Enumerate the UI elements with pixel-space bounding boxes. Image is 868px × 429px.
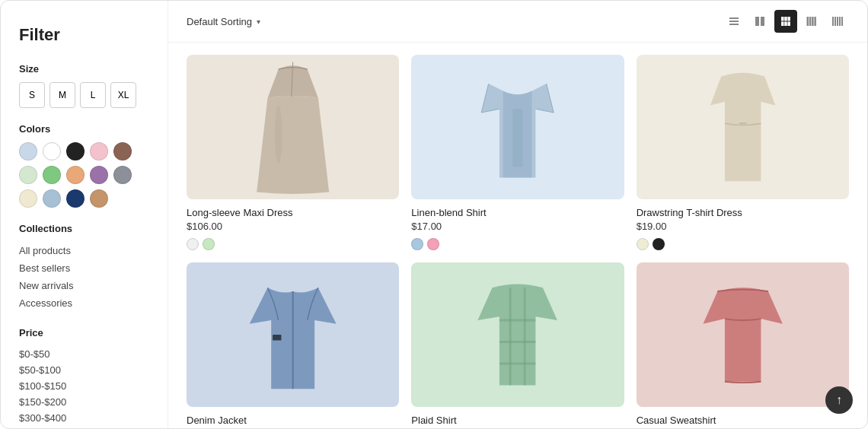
svg-rect-6 (784, 17, 787, 21)
svg-rect-8 (781, 22, 784, 27)
main-content: Default Sorting ▾ Long-sleeve Maxi Dress… (168, 1, 867, 428)
product-name: Denim Jacket (187, 415, 399, 426)
collection-item[interactable]: Best sellers (19, 259, 149, 277)
product-color-options (637, 238, 849, 250)
color-filter: Colors (19, 123, 149, 208)
color-swatch-10[interactable] (19, 189, 37, 208)
color-swatch-9[interactable] (113, 166, 132, 184)
product-color-dot[interactable] (637, 238, 649, 250)
chevron-down-icon: ▾ (257, 17, 260, 26)
color-swatch-11[interactable] (43, 189, 61, 208)
product-price: $106.00 (187, 221, 399, 232)
price-range-item[interactable]: $50-$100 (19, 362, 149, 378)
svg-rect-17 (837, 17, 838, 26)
svg-rect-24 (273, 335, 281, 341)
color-grid (19, 142, 149, 208)
color-swatch-4[interactable] (113, 142, 132, 160)
price-range-item[interactable]: $100-$150 (19, 378, 149, 394)
sidebar: Filter Size SMLXL Colors Collections All… (1, 1, 168, 428)
product-card[interactable]: Casual Sweatshirt$35.00 (637, 262, 849, 428)
color-swatch-13[interactable] (90, 189, 108, 208)
color-swatch-6[interactable] (43, 166, 61, 184)
color-swatch-0[interactable] (19, 142, 37, 160)
product-color-dot[interactable] (411, 238, 423, 250)
two-column-view-button[interactable] (748, 10, 771, 33)
svg-rect-22 (512, 109, 522, 167)
color-swatch-3[interactable] (90, 142, 108, 160)
product-card[interactable]: Plaid Shirt$28.00 (411, 262, 624, 428)
svg-point-21 (275, 106, 282, 164)
product-image (411, 55, 624, 199)
color-swatch-1[interactable] (43, 142, 61, 160)
collection-item[interactable]: New arrivals (19, 277, 149, 294)
svg-rect-12 (809, 17, 812, 26)
product-price: $17.00 (411, 221, 624, 232)
svg-rect-18 (839, 17, 841, 26)
size-button-s[interactable]: S (19, 82, 45, 108)
scroll-to-top-button[interactable]: ↑ (825, 386, 853, 414)
product-name: Long-sleeve Maxi Dress (187, 207, 399, 218)
svg-rect-0 (729, 17, 739, 19)
price-list: $0-$50$50-$100$100-$150$150-$200$300-$40… (19, 346, 149, 426)
product-color-dot[interactable] (427, 238, 439, 250)
product-card[interactable]: Denim Jacket$45.00 (187, 262, 399, 428)
collections-filter: Collections All productsBest sellersNew … (19, 223, 149, 312)
products-area: Long-sleeve Maxi Dress$106.00 Linen-blen… (168, 43, 867, 428)
size-button-l[interactable]: L (80, 82, 106, 108)
collection-item[interactable]: Accessories (19, 294, 149, 312)
product-color-options (187, 238, 399, 250)
svg-rect-7 (787, 17, 790, 21)
price-range-item[interactable]: $0-$50 (19, 346, 149, 362)
svg-rect-1 (729, 21, 739, 22)
price-range-item[interactable]: $300-$400 (19, 410, 149, 426)
four-column-view-button[interactable] (800, 10, 823, 33)
svg-rect-10 (787, 22, 790, 27)
svg-rect-16 (834, 17, 836, 26)
product-image (637, 55, 849, 199)
svg-rect-4 (761, 17, 764, 26)
product-color-dot[interactable] (203, 238, 215, 250)
svg-rect-13 (812, 17, 814, 26)
product-name: Linen-blend Shirt (411, 207, 624, 218)
view-buttons (723, 10, 849, 33)
product-color-options (411, 238, 624, 250)
collection-item[interactable]: All products (19, 242, 149, 259)
five-column-view-button[interactable] (826, 10, 849, 33)
size-button-m[interactable]: M (49, 82, 75, 108)
svg-rect-14 (814, 17, 816, 26)
product-image (187, 262, 399, 407)
product-card[interactable]: Linen-blend Shirt$17.00 (411, 55, 624, 250)
toolbar: Default Sorting ▾ (168, 1, 867, 43)
product-name: Drawstring T-shirt Dress (637, 207, 849, 218)
svg-rect-11 (807, 17, 809, 26)
product-image (637, 262, 849, 407)
product-name: Casual Sweatshirt (637, 415, 849, 426)
list-view-button[interactable] (723, 10, 745, 33)
product-card[interactable]: Long-sleeve Maxi Dress$106.00 (187, 55, 399, 250)
sort-dropdown[interactable]: Default Sorting ▾ (187, 16, 260, 27)
products-grid: Long-sleeve Maxi Dress$106.00 Linen-blen… (187, 55, 849, 428)
color-swatch-7[interactable] (66, 166, 85, 184)
product-color-dot[interactable] (187, 238, 199, 250)
size-filter: Size SMLXL (19, 63, 149, 108)
arrow-up-icon: ↑ (836, 393, 842, 407)
svg-rect-9 (784, 22, 787, 27)
color-swatch-12[interactable] (66, 189, 85, 208)
color-swatch-2[interactable] (66, 142, 85, 160)
size-buttons: SMLXL (19, 82, 149, 108)
price-range-item[interactable]: $150-$200 (19, 394, 149, 410)
collection-list: All productsBest sellersNew arrivalsAcce… (19, 242, 149, 312)
size-button-xl[interactable]: XL (110, 82, 136, 108)
color-swatch-5[interactable] (19, 166, 37, 184)
svg-rect-3 (755, 17, 759, 26)
sort-label: Default Sorting (187, 16, 252, 27)
product-image (411, 262, 624, 407)
svg-rect-5 (781, 17, 784, 21)
product-color-dot[interactable] (653, 238, 665, 250)
product-name: Plaid Shirt (411, 415, 624, 426)
product-price: $19.00 (637, 221, 849, 232)
size-label: Size (19, 63, 149, 75)
three-column-view-button[interactable] (774, 10, 797, 33)
color-swatch-8[interactable] (90, 166, 108, 184)
product-card[interactable]: Drawstring T-shirt Dress$19.00 (637, 55, 849, 250)
